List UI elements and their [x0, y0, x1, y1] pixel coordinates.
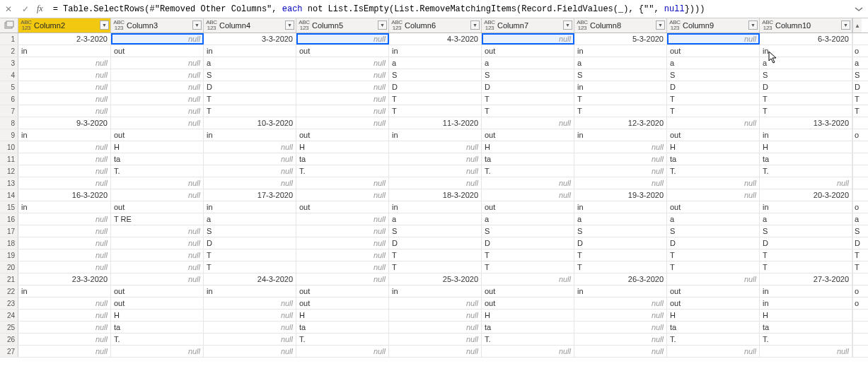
cell[interactable]: T [574, 261, 667, 273]
cell[interactable]: D [667, 81, 760, 93]
cell[interactable]: null [760, 346, 852, 357]
cell[interactable]: in [18, 129, 111, 141]
cell[interactable]: null [389, 334, 482, 345]
column-filter-dropdown[interactable]: ▼ [192, 20, 202, 30]
cell[interactable]: in [760, 298, 852, 309]
cell[interactable]: H [667, 141, 760, 153]
datatype-any-icon[interactable]: ABC123 [392, 20, 402, 31]
cell[interactable]: out [111, 45, 204, 57]
cell[interactable]: 4-3-2020 [389, 33, 482, 45]
cell[interactable]: null [574, 334, 667, 345]
cell[interactable]: ta [111, 153, 204, 165]
table-row[interactable]: 11nulltanulltanulltanulltata [0, 153, 868, 165]
row-number[interactable]: 19 [0, 249, 18, 261]
table-row[interactable]: 9inoutinoutinoutinoutino [0, 129, 868, 141]
column-header-column10[interactable]: ABC123Column10▼ [760, 18, 852, 33]
cell[interactable]: 13-3-2020 [760, 117, 852, 129]
row-number[interactable]: 3 [0, 57, 18, 69]
cell[interactable]: null [389, 310, 482, 321]
row-number[interactable]: 5 [0, 81, 18, 93]
cell[interactable]: null [204, 153, 296, 165]
row-number[interactable]: 21 [0, 273, 18, 285]
cell[interactable]: ta [296, 153, 389, 165]
row-number[interactable]: 7 [0, 105, 18, 117]
cell[interactable]: T [389, 261, 482, 273]
row-number[interactable]: 9 [0, 129, 18, 141]
row-number[interactable]: 10 [0, 141, 18, 153]
cell[interactable]: T [574, 249, 667, 261]
cell[interactable]: out [111, 285, 204, 297]
cell[interactable]: null [111, 117, 204, 129]
column-header-column8[interactable]: ABC123Column8▼ [574, 18, 667, 33]
cell[interactable]: 9-3-2020 [18, 117, 111, 129]
cell[interactable]: ta [667, 153, 760, 165]
cell[interactable]: a [204, 57, 296, 69]
column-filter-dropdown[interactable]: ▼ [748, 20, 758, 30]
cell[interactable]: T [204, 261, 296, 273]
cell[interactable]: in [204, 45, 296, 57]
cell[interactable]: null [296, 273, 389, 285]
table-row[interactable]: 23nulloutnulloutnulloutnulloutino [0, 298, 868, 310]
cell[interactable]: in [18, 201, 111, 213]
table-row[interactable]: 12nullT.nullT.nullT.nullT.T. [0, 165, 868, 177]
column-header-column5[interactable]: ABC123Column5▼ [296, 18, 389, 33]
cell[interactable]: null [18, 334, 111, 345]
cell[interactable]: S [389, 225, 482, 237]
cell[interactable]: null [18, 225, 111, 237]
cell[interactable]: D [667, 237, 760, 249]
table-row[interactable]: 12-3-2020null3-3-2020null4-3-2020null5-3… [0, 33, 868, 45]
cell[interactable]: null [204, 141, 296, 153]
cell[interactable]: out [111, 129, 204, 141]
cell[interactable]: S [760, 69, 852, 81]
cell[interactable]: out [667, 45, 760, 57]
cell[interactable]: 6-3-2020 [760, 33, 852, 45]
cell[interactable]: 16-3-2020 [18, 189, 111, 201]
cell[interactable]: S [760, 225, 852, 237]
cell[interactable]: a [574, 57, 667, 69]
cell[interactable]: D [389, 237, 482, 249]
cell[interactable]: 18-3-2020 [389, 189, 482, 201]
cell[interactable]: null [111, 189, 204, 201]
cell[interactable]: H [760, 310, 852, 321]
cell[interactable]: null [18, 261, 111, 273]
table-row[interactable]: 17nullnullSnullSSSSSS [0, 225, 868, 237]
cell[interactable]: 11-3-2020 [389, 117, 482, 129]
table-row[interactable]: 22inoutinoutinoutinoutino [0, 285, 868, 298]
scroll-up-button[interactable]: ▲ [852, 18, 862, 33]
cell[interactable]: null [574, 310, 667, 321]
table-row[interactable]: 7nullnullTnullTTTTTT [0, 105, 868, 117]
cell[interactable]: T [204, 249, 296, 261]
table-row[interactable]: 18nullnullDnullDDDDDD [0, 237, 868, 249]
cell[interactable]: null [296, 33, 389, 45]
cell[interactable]: null [18, 153, 111, 165]
cell[interactable]: null [111, 261, 204, 273]
cell[interactable]: 2-3-2020 [18, 33, 111, 45]
cell[interactable]: null [18, 69, 111, 81]
cell[interactable]: S [667, 225, 760, 237]
cell[interactable]: null [389, 177, 482, 189]
datatype-any-icon[interactable]: ABC123 [299, 20, 309, 31]
cell[interactable]: null [18, 165, 111, 177]
cell[interactable]: null [574, 322, 667, 333]
cell[interactable]: null [389, 346, 482, 357]
column-header-column4[interactable]: ABC123Column4▼ [204, 18, 296, 33]
row-number[interactable]: 26 [0, 334, 18, 345]
cell[interactable]: out [296, 298, 389, 309]
cell[interactable]: null [18, 310, 111, 321]
cell[interactable]: null [667, 189, 760, 201]
cell[interactable]: a [204, 213, 296, 225]
cell[interactable]: in [574, 129, 667, 141]
cell[interactable]: out [296, 285, 389, 297]
cell[interactable]: null [18, 346, 111, 357]
cell[interactable]: T [204, 93, 296, 105]
cell[interactable]: H [760, 141, 852, 153]
cell[interactable]: null [111, 249, 204, 261]
cell[interactable]: S [389, 69, 482, 81]
cell[interactable]: T RE [111, 213, 204, 225]
cell[interactable]: ta [760, 153, 852, 165]
cell[interactable]: a [482, 57, 574, 69]
cell[interactable]: T [667, 249, 760, 261]
cell[interactable]: T [574, 93, 667, 105]
table-row[interactable]: 5nullnullDnullDDinDDD [0, 81, 868, 93]
cell[interactable]: a [389, 57, 482, 69]
